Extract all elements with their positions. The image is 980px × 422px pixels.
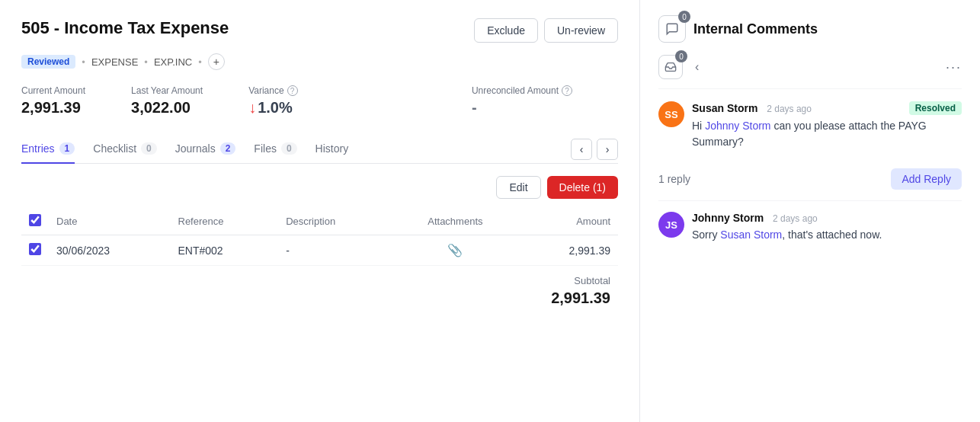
comment-thread: SS Susan Storm 2 days ago Resolved Hi Jo… [658, 101, 962, 243]
subtotal-section: Subtotal 2,991.39 [21, 266, 618, 307]
avatar-johnny: JS [658, 212, 684, 238]
stat-unreconciled: Unreconciled Amount ? - [472, 85, 572, 117]
comments-header: 0 Internal Comments [658, 15, 962, 43]
tab-entries[interactable]: Entries 1 [21, 135, 75, 164]
attachments-col-header: Attachments [393, 208, 517, 235]
add-meta-button[interactable]: + [208, 53, 225, 70]
date-col-header: Date [49, 208, 171, 235]
row-amount: 2,991.39 [517, 235, 618, 266]
tab-navigation: ‹ › [571, 139, 618, 160]
resolved-badge: Resolved [909, 101, 962, 115]
inbox-badge: 0 [675, 50, 687, 62]
tabs-row: Entries 1 Checklist 0 Journals 2 Files 0… [21, 135, 618, 164]
comment-item-primary: SS Susan Storm 2 days ago Resolved Hi Jo… [658, 101, 962, 150]
left-panel: 505 - Income Tax Expense Exclude Un-revi… [0, 0, 640, 422]
comments-toolbar: 0 ‹ ··· [658, 55, 962, 89]
inbox-icon-wrap: 0 [658, 55, 683, 79]
tab-journals[interactable]: Journals 2 [175, 135, 236, 164]
reply-row: 1 reply Add Reply [658, 161, 962, 200]
comment-author-susan: Susan Storm [692, 102, 757, 114]
reference-col-header: Reference [171, 208, 279, 235]
meta-row: Reviewed • EXPENSE • EXP.INC • + [21, 53, 618, 70]
attachment-icon[interactable]: 📎 [447, 244, 463, 257]
comment-item-reply: JS Johnny Storm 2 days ago Sorry Susan S… [658, 212, 962, 243]
comment-text-reply: Sorry Susan Storm, that's attached now. [692, 227, 962, 243]
page-title: 505 - Income Tax Expense [21, 18, 229, 38]
comment-body-reply: Johnny Storm 2 days ago Sorry Susan Stor… [692, 212, 962, 243]
meta-expinc: EXP.INC [154, 56, 192, 68]
add-reply-button[interactable]: Add Reply [891, 168, 962, 190]
tab-files[interactable]: Files 0 [254, 135, 296, 164]
internal-comments-title: Internal Comments [693, 21, 818, 37]
row-reference: ENT#002 [171, 235, 279, 266]
reply-count: 1 reply [658, 173, 690, 185]
reviewed-badge: Reviewed [21, 55, 75, 69]
header-actions: Exclude Un-review [474, 18, 618, 43]
description-col-header: Description [278, 208, 393, 235]
edit-button[interactable]: Edit [496, 176, 540, 199]
row-date: 30/06/2023 [49, 235, 171, 266]
variance-arrow-icon: ↓ [248, 99, 256, 116]
row-attachment: 📎 [393, 235, 517, 266]
row-checkbox-cell [21, 235, 49, 266]
more-menu-button[interactable]: ··· [946, 59, 962, 75]
comment-time-susan: 2 days ago [767, 104, 812, 114]
comment-text-primary: Hi Johnny Storm can you please attach th… [692, 118, 962, 150]
variance-info-icon: ? [287, 85, 298, 96]
current-amount-label: Current Amount [21, 85, 85, 96]
last-year-value: 3,022.00 [131, 99, 203, 117]
subtotal-value: 2,991.39 [551, 289, 610, 307]
current-amount-value: 2,991.39 [21, 99, 85, 117]
row-checkbox[interactable] [29, 243, 41, 255]
comment-meta-reply: Johnny Storm 2 days ago [692, 212, 962, 224]
entries-table: Date Reference Description Attachments A… [21, 208, 618, 266]
stat-current-amount: Current Amount 2,991.39 [21, 85, 85, 117]
comment-body-primary: Susan Storm 2 days ago Resolved Hi Johnn… [692, 101, 962, 150]
delete-button[interactable]: Delete (1) [547, 176, 618, 199]
comment-badge: 0 [678, 11, 690, 23]
select-all-header [21, 208, 49, 235]
stat-last-year: Last Year Amount 3,022.00 [131, 85, 203, 117]
table-actions: Edit Delete (1) [21, 164, 618, 208]
tab-checklist[interactable]: Checklist 0 [93, 135, 156, 164]
last-year-label: Last Year Amount [131, 85, 203, 96]
unreconciled-label: Unreconciled Amount [472, 85, 559, 96]
comment-meta-primary: Susan Storm 2 days ago Resolved [692, 101, 962, 115]
amount-col-header: Amount [517, 208, 618, 235]
meta-expense: EXPENSE [91, 56, 138, 68]
table-row: 30/06/2023 ENT#002 - 📎 2,991.39 [21, 235, 618, 266]
tab-prev-button[interactable]: ‹ [571, 139, 592, 160]
avatar-susan: SS [658, 101, 684, 127]
select-all-checkbox[interactable] [29, 214, 41, 226]
variance-value: 1.0% [258, 99, 293, 116]
tab-next-button[interactable]: › [597, 139, 618, 160]
subtotal-label: Subtotal [551, 275, 610, 286]
exclude-button[interactable]: Exclude [474, 18, 538, 43]
stats-row: Current Amount 2,991.39 Last Year Amount… [21, 85, 618, 117]
unreconciled-value: - [472, 99, 572, 117]
row-description: - [278, 235, 393, 266]
stat-variance: Variance ? ↓1.0% [248, 85, 297, 117]
right-panel: 0 Internal Comments 0 ‹ ··· SS Susan Sto… [640, 0, 980, 422]
mention-johnny: Johnny Storm [705, 120, 770, 132]
comments-prev-button[interactable]: ‹ [690, 59, 703, 75]
divider [658, 200, 962, 201]
variance-label: Variance [248, 85, 283, 96]
mention-susan: Susan Storm [720, 229, 782, 241]
unreview-button[interactable]: Un-review [544, 18, 618, 43]
comment-author-johnny: Johnny Storm [692, 212, 764, 224]
comment-icon-wrap: 0 [658, 15, 686, 43]
comment-time-johnny: 2 days ago [773, 213, 818, 224]
unreconciled-info-icon: ? [562, 85, 572, 96]
tab-history[interactable]: History [315, 135, 349, 164]
